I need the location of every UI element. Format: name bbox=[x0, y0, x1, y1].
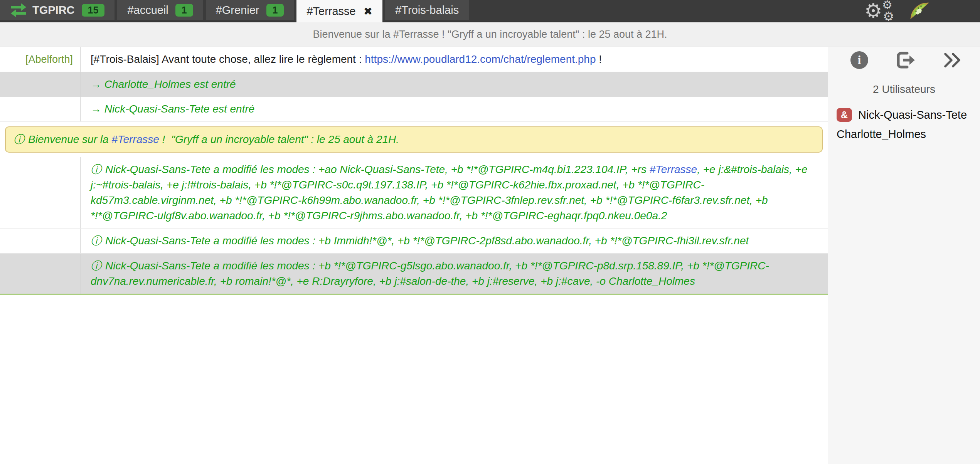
network-swap-icon bbox=[10, 2, 27, 18]
mode-message-row: ⓘNick-Quasi-Sans-Tete a modifié les mode… bbox=[0, 229, 828, 254]
settings-gears-icon[interactable]: ⚙ ⚙ ⚙ bbox=[864, 0, 898, 22]
channel-link[interactable]: #Terrasse bbox=[111, 133, 159, 145]
tab-label: #Terrasse bbox=[306, 5, 355, 18]
info-circle-icon: ⓘ bbox=[13, 133, 24, 145]
user-list: & Nick-Quasi-Sans-Tete Charlotte_Holmes bbox=[828, 105, 980, 144]
message-nick-empty bbox=[0, 229, 80, 253]
message-nick-empty bbox=[0, 97, 80, 121]
mode-message-text: Nick-Quasi-Sans-Tete a modifié les modes… bbox=[105, 235, 749, 247]
message-nick-empty bbox=[0, 254, 80, 294]
kiwiirc-app: TGPIRC 15 #accueil 1 #Grenier 1 #Terrass… bbox=[0, 0, 980, 464]
join-message-text: → Charlotte_Holmes est entré bbox=[91, 77, 816, 92]
message-row: [Abelforth] [#Trois-Balais] Avant toute … bbox=[0, 47, 828, 72]
info-circle-icon: ⓘ bbox=[91, 163, 101, 175]
close-tab-icon[interactable]: ✖ bbox=[364, 5, 372, 18]
topic-notice-row: ⓘBienvenue sur la #Terrasse ! "Gryff a u… bbox=[0, 122, 828, 157]
info-circle-icon: ⓘ bbox=[91, 235, 101, 247]
join-message-row: → Charlotte_Holmes est entré bbox=[0, 72, 828, 97]
message-nick-empty bbox=[0, 72, 80, 97]
tab-label: #accueil bbox=[127, 4, 168, 17]
tab-label: #Trois-balais bbox=[395, 4, 459, 17]
channel-link[interactable]: #Terrasse bbox=[650, 163, 697, 175]
channel-info-button[interactable]: i bbox=[850, 51, 868, 69]
message-nick[interactable]: [Abelforth] bbox=[0, 47, 80, 72]
leave-channel-button[interactable] bbox=[896, 51, 916, 69]
notice-text: ! "Gryff a un incroyable talent" : le 25… bbox=[159, 133, 399, 145]
mode-message-text: Nick-Quasi-Sans-Tete a modifié les modes… bbox=[91, 260, 769, 287]
info-circle-icon: ⓘ bbox=[91, 260, 101, 272]
kiwi-logo-icon[interactable] bbox=[908, 0, 931, 22]
userlist-sidebar: i 2 Utilisateurs bbox=[828, 47, 980, 464]
join-message-row: → Nick-Quasi-Sans-Tete est entré bbox=[0, 97, 828, 122]
tab-badge: 1 bbox=[266, 4, 284, 17]
message-nick-empty bbox=[0, 157, 80, 228]
mode-message-row: ⓘNick-Quasi-Sans-Tete a modifié les mode… bbox=[0, 157, 828, 229]
tab-bar: TGPIRC 15 #accueil 1 #Grenier 1 #Terrass… bbox=[0, 0, 980, 22]
users-count-label: 2 Utilisateurs bbox=[828, 73, 980, 105]
notice-text: Bienvenue sur la bbox=[28, 133, 111, 145]
message-url-link[interactable]: https://www.poudlard12.com/chat/reglemen… bbox=[365, 53, 596, 65]
tab-label: #Grenier bbox=[216, 4, 259, 17]
topic-notice-box: ⓘBienvenue sur la #Terrasse ! "Gryff a u… bbox=[5, 126, 823, 153]
sidebar-toolbar: i bbox=[828, 47, 980, 73]
info-icon: i bbox=[850, 51, 868, 69]
join-message-text: → Nick-Quasi-Sans-Tete est entré bbox=[91, 101, 816, 117]
tab-network-label: TGPIRC bbox=[32, 4, 75, 17]
user-nick: Charlotte_Holmes bbox=[837, 128, 926, 141]
message-list[interactable]: [Abelforth] [#Trois-Balais] Avant toute … bbox=[0, 47, 828, 464]
mode-message-row-unread-marker: ⓘNick-Quasi-Sans-Tete a modifié les mode… bbox=[0, 254, 828, 295]
tab-network-badge: 15 bbox=[82, 4, 105, 17]
user-list-item[interactable]: & Nick-Quasi-Sans-Tete bbox=[828, 105, 980, 125]
tabbar-spacer bbox=[471, 0, 864, 22]
sign-out-icon bbox=[896, 51, 916, 69]
tab-channel-trois-balais[interactable]: #Trois-balais bbox=[385, 0, 469, 20]
tab-channel-grenier[interactable]: #Grenier 1 bbox=[206, 0, 294, 20]
tab-badge: 1 bbox=[175, 4, 193, 17]
message-text: ! bbox=[596, 53, 602, 65]
tabbar-right-icons: ⚙ ⚙ ⚙ bbox=[864, 0, 931, 22]
collapse-sidebar-button[interactable] bbox=[943, 52, 961, 69]
mode-message-text: Nick-Quasi-Sans-Tete a modifié les modes… bbox=[105, 163, 650, 175]
tab-channel-accueil[interactable]: #accueil 1 bbox=[117, 0, 203, 20]
tab-channel-terrasse-active[interactable]: #Terrasse ✖ bbox=[296, 0, 382, 22]
admin-mode-badge: & bbox=[837, 108, 852, 122]
user-nick: Nick-Quasi-Sans-Tete bbox=[858, 109, 967, 121]
channel-topic-text: Bienvenue sur la #Terrasse ! "Gryff a un… bbox=[313, 29, 667, 40]
channel-topic-bar[interactable]: Bienvenue sur la #Terrasse ! "Gryff a un… bbox=[0, 22, 980, 47]
chevrons-right-icon bbox=[943, 52, 961, 69]
message-text: [#Trois-Balais] Avant toute chose, allez… bbox=[91, 53, 365, 65]
tab-network-tgpirc[interactable]: TGPIRC 15 bbox=[0, 0, 115, 20]
user-list-item[interactable]: Charlotte_Holmes bbox=[828, 125, 980, 144]
